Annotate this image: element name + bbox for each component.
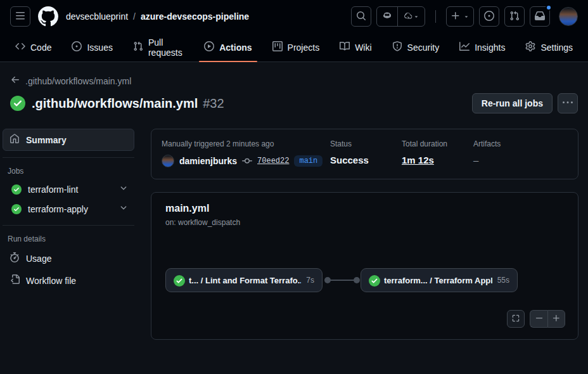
workflow-file-label: Workflow file bbox=[26, 276, 76, 286]
user-avatar[interactable] bbox=[559, 7, 578, 26]
zoom-in-button[interactable] bbox=[547, 310, 565, 328]
page-title: .github/workflows/main.yml bbox=[32, 96, 198, 111]
tab-label: Pull requests bbox=[148, 37, 184, 58]
sidebar-item-workflow-file[interactable]: Workflow file bbox=[3, 269, 134, 292]
tab-issues[interactable]: Issues bbox=[67, 33, 117, 61]
tab-security[interactable]: Security bbox=[387, 33, 445, 61]
workflow-graph-card: main.yml on: workflow_dispatch t... / Li… bbox=[151, 192, 578, 340]
zoom-out-button[interactable] bbox=[530, 310, 547, 328]
fit-view-button[interactable] bbox=[507, 310, 525, 328]
git-commit-icon bbox=[242, 156, 252, 166]
sidebar-item-usage[interactable]: Usage bbox=[3, 247, 134, 269]
tab-code[interactable]: Code bbox=[10, 33, 56, 61]
chevron-down-icon[interactable] bbox=[119, 184, 128, 195]
check-circle-icon bbox=[369, 275, 379, 285]
copilot-icon bbox=[382, 11, 392, 23]
graph-node-terraform-apply[interactable]: terraform... / Terraform Apply 55s bbox=[361, 268, 518, 292]
duration-value[interactable]: 1m 12s bbox=[402, 155, 473, 165]
shield-icon bbox=[392, 41, 402, 53]
breadcrumb-repo[interactable]: azure-devsecops-pipeline bbox=[141, 11, 249, 22]
tab-wiki[interactable]: Wiki bbox=[335, 33, 376, 61]
status-label: Status bbox=[330, 139, 402, 148]
screen-full-icon bbox=[511, 314, 520, 325]
project-icon bbox=[272, 41, 283, 53]
hamburger-icon bbox=[15, 11, 25, 23]
jobs-heading: Jobs bbox=[3, 162, 134, 179]
notifications-inbox-button[interactable] bbox=[530, 6, 550, 27]
code-icon bbox=[15, 41, 25, 53]
tab-insights[interactable]: Insights bbox=[454, 33, 510, 61]
inbox-icon bbox=[535, 11, 545, 23]
breadcrumb-separator: / bbox=[133, 11, 136, 22]
node-duration: 7s bbox=[306, 276, 314, 285]
tab-label: Insights bbox=[475, 42, 505, 53]
tab-label: Code bbox=[30, 42, 51, 53]
copilot-button[interactable] bbox=[377, 7, 397, 26]
run-success-icon bbox=[10, 96, 25, 111]
tab-actions[interactable]: Actions bbox=[199, 33, 257, 61]
artifacts-label: Artifacts bbox=[473, 139, 545, 148]
breadcrumb: devsecblueprint / azure-devsecops-pipeli… bbox=[66, 11, 249, 22]
rerun-all-jobs-button[interactable]: Re-run all jobs bbox=[472, 93, 553, 113]
job-name: terraform-lint bbox=[28, 184, 78, 195]
node-duration: 55s bbox=[497, 276, 509, 285]
graph-node-terraform-lint[interactable]: t... / Lint and Format Terrafo... 7s bbox=[165, 268, 323, 292]
sidebar-job-terraform-apply[interactable]: terraform-apply bbox=[3, 199, 134, 219]
job-name: terraform-apply bbox=[28, 204, 88, 214]
back-to-workflow-link[interactable]: .github/workflows/main.yml bbox=[10, 75, 578, 87]
tab-projects[interactable]: Projects bbox=[267, 33, 325, 61]
tab-label: Actions bbox=[219, 42, 252, 53]
search-icon bbox=[356, 11, 366, 23]
artifacts-value: – bbox=[473, 155, 545, 165]
hamburger-menu-button[interactable] bbox=[10, 6, 30, 27]
sidebar-summary-label: Summary bbox=[26, 135, 67, 145]
header-divider bbox=[435, 10, 436, 23]
usage-label: Usage bbox=[26, 254, 51, 264]
tab-pull-requests[interactable]: Pull requests bbox=[128, 33, 189, 61]
breadcrumb-owner[interactable]: devsecblueprint bbox=[66, 11, 128, 22]
node-label: terraform... / Terraform Apply bbox=[384, 276, 492, 285]
sidebar-divider bbox=[3, 225, 134, 226]
copilot-chat-button[interactable] bbox=[397, 7, 425, 26]
run-summary-card: Manually triggered 2 minutes ago damienj… bbox=[151, 129, 578, 179]
author-avatar[interactable] bbox=[162, 155, 174, 167]
graph-icon bbox=[459, 41, 470, 53]
plus-icon bbox=[552, 314, 561, 325]
run-sidebar: Summary Jobs terraform-lint terraform-ap… bbox=[3, 129, 134, 340]
back-path-label: .github/workflows/main.yml bbox=[25, 76, 131, 86]
search-button[interactable] bbox=[351, 6, 371, 27]
tab-label: Wiki bbox=[355, 42, 371, 53]
notification-dot bbox=[546, 4, 552, 11]
tab-settings[interactable]: Settings bbox=[520, 33, 578, 61]
connector-dot bbox=[324, 277, 331, 283]
pull-requests-dashboard-button[interactable] bbox=[504, 6, 525, 27]
file-code-icon bbox=[10, 274, 20, 287]
create-new-button[interactable] bbox=[446, 6, 474, 27]
home-icon bbox=[10, 134, 20, 146]
caret-down-icon bbox=[463, 12, 470, 22]
commit-sha-link[interactable]: 70eed22 bbox=[257, 157, 289, 165]
check-circle-icon bbox=[11, 204, 22, 214]
repo-nav-tabs: Code Issues Pull requests Actions Projec… bbox=[0, 33, 588, 62]
git-pull-request-icon bbox=[133, 41, 143, 53]
branch-badge[interactable]: main bbox=[294, 155, 323, 167]
caret-down-icon bbox=[413, 11, 419, 22]
duration-label: Total duration bbox=[402, 139, 473, 148]
github-logo-icon[interactable] bbox=[38, 6, 58, 27]
tab-label: Settings bbox=[540, 42, 573, 53]
check-circle-icon bbox=[11, 184, 22, 195]
book-icon bbox=[340, 41, 350, 53]
sidebar-item-summary[interactable]: Summary bbox=[3, 129, 134, 151]
check-circle-icon bbox=[174, 275, 184, 285]
issues-dashboard-button[interactable] bbox=[479, 6, 499, 27]
chevron-down-icon[interactable] bbox=[119, 203, 128, 214]
trigger-text: Manually triggered 2 minutes ago bbox=[162, 139, 330, 148]
tab-label: Issues bbox=[87, 42, 112, 53]
more-options-button[interactable] bbox=[558, 93, 578, 113]
top-bar: devsecblueprint / azure-devsecops-pipeli… bbox=[0, 0, 588, 33]
author-name[interactable]: damienjburks bbox=[179, 156, 237, 166]
issue-opened-icon bbox=[484, 11, 494, 23]
sidebar-job-terraform-lint[interactable]: terraform-lint bbox=[3, 179, 134, 199]
sidebar-divider bbox=[3, 157, 134, 158]
copilot-cloud-icon bbox=[403, 11, 413, 23]
